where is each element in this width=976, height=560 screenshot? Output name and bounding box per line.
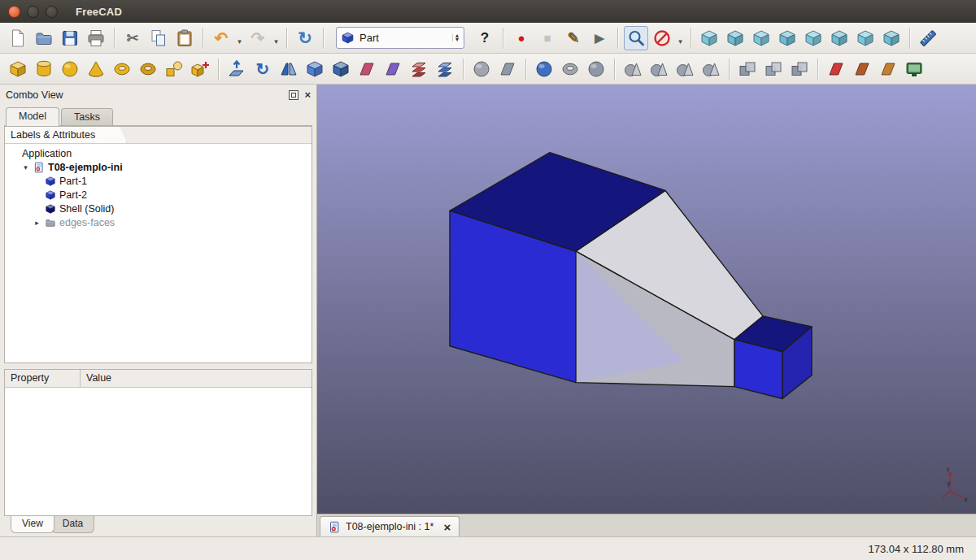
section-button[interactable] (469, 57, 494, 81)
redo-button[interactable]: ↷ (246, 26, 270, 50)
defeaturing-button[interactable] (876, 57, 900, 81)
cone-button[interactable] (84, 57, 108, 81)
refine-shape-button[interactable] (902, 57, 926, 81)
boolean-button[interactable] (621, 57, 645, 81)
macro-edit-button[interactable]: ✎ (561, 26, 586, 50)
axis-x-label: x (964, 496, 968, 503)
cut-boolean-button[interactable] (647, 57, 671, 81)
undo-dropdown[interactable]: ▾ (235, 31, 244, 46)
window-close-button[interactable] (8, 6, 20, 18)
freecad-window: FreeCAD ✂↶▾↷▾↻Part▴▾?●■✎▶▾ ↻ Combo View … (0, 0, 976, 560)
view-left-button[interactable] (853, 26, 878, 50)
tab-data[interactable]: Data (51, 516, 94, 533)
macro-stop-button[interactable]: ■ (535, 26, 560, 50)
window-controls (8, 6, 58, 18)
tree-column-header[interactable]: Labels & Attributes (5, 127, 127, 143)
group-icon (45, 217, 56, 228)
offset-3d-button[interactable] (532, 57, 556, 81)
refresh-button[interactable]: ↻ (293, 26, 317, 50)
workbench-selector[interactable]: Part▴▾ (336, 27, 464, 49)
measure-distance-button[interactable] (916, 26, 940, 50)
join-connect-button[interactable] (735, 57, 760, 81)
view-right-button[interactable] (775, 26, 800, 50)
loft-button[interactable] (407, 57, 431, 81)
primitives-button[interactable] (162, 57, 186, 81)
toolbar-separator (817, 59, 818, 80)
tree-item-application[interactable]: Application (8, 146, 312, 160)
mirror-button[interactable] (277, 57, 301, 81)
view-front-button[interactable] (723, 26, 747, 50)
join-embed-button[interactable] (761, 57, 786, 81)
view-axonometric-button[interactable] (697, 26, 721, 50)
check-geometry-button[interactable] (824, 57, 848, 81)
workbench-spinner-icon[interactable]: ▴▾ (452, 34, 461, 42)
thickness-button[interactable] (584, 57, 608, 81)
offset-2d-button[interactable] (558, 57, 582, 81)
shape-builder-button[interactable] (188, 57, 212, 81)
open-document-button[interactable] (32, 26, 56, 50)
view-rotate-button[interactable] (879, 26, 904, 50)
tree-item-part-1[interactable]: Part-1 (8, 174, 312, 188)
view-rear-button[interactable] (801, 26, 826, 50)
collapse-arrow-icon[interactable]: ▸ (33, 219, 41, 227)
tab-model[interactable]: Model (6, 107, 59, 126)
torus-button[interactable] (110, 57, 134, 81)
redo-dropdown[interactable]: ▾ (272, 31, 281, 46)
3d-viewport[interactable]: z y x (317, 85, 976, 514)
zoom-fit-button[interactable] (624, 26, 648, 50)
document-tab-close-icon[interactable]: × (443, 520, 451, 534)
fillet-button[interactable] (303, 57, 327, 81)
expand-arrow-icon[interactable]: ▾ (21, 163, 30, 171)
part-toolbar: ↻ (0, 54, 976, 85)
ruled-surface-button[interactable] (381, 57, 405, 81)
view-top-button[interactable] (749, 26, 773, 50)
dock-close-icon[interactable]: × (304, 89, 311, 100)
sweep-button[interactable] (433, 57, 457, 81)
macro-record-button[interactable]: ● (509, 26, 534, 50)
new-document-button[interactable] (6, 26, 30, 50)
property-column-header-property[interactable]: Property (5, 370, 81, 387)
box-button[interactable] (6, 57, 30, 81)
split-slice-button[interactable] (850, 57, 874, 81)
tree-item-label: Part-2 (59, 189, 87, 201)
copy-button[interactable] (146, 26, 171, 50)
axis-z-label: z (946, 466, 950, 473)
tree-item-t08-ejemplo-ini[interactable]: ▾T08-ejemplo-ini (8, 160, 312, 174)
window-maximize-button[interactable] (46, 6, 58, 18)
make-face-button[interactable] (355, 57, 379, 81)
revolve-button[interactable]: ↻ (251, 57, 275, 81)
tab-view[interactable]: View (11, 516, 54, 533)
chamfer-button[interactable] (329, 57, 353, 81)
whats-this-icon: ? (481, 31, 489, 45)
document-tab[interactable]: T08-ejemplo-ini : 1* × (320, 516, 460, 536)
dock-float-icon[interactable] (289, 90, 298, 100)
axis-y-label: y (947, 480, 951, 487)
join-cutout-button[interactable] (787, 57, 812, 81)
intersection-button[interactable] (699, 57, 723, 81)
union-button[interactable] (673, 57, 697, 81)
tube-button[interactable] (136, 57, 160, 81)
tree-item-edges-faces[interactable]: ▸edges-faces (8, 215, 312, 229)
model-tasks-tabbar: ModelTasks (4, 104, 312, 126)
tab-tasks[interactable]: Tasks (61, 108, 113, 125)
paste-button[interactable] (172, 26, 197, 50)
undo-button[interactable]: ↶ (209, 26, 233, 50)
property-table-header: PropertyValue (5, 370, 312, 388)
window-minimize-button[interactable] (27, 6, 39, 18)
tree-item-shell-solid-[interactable]: Shell (Solid) (8, 202, 312, 215)
macro-execute-button[interactable]: ▶ (587, 26, 612, 50)
cut-button[interactable]: ✂ (120, 26, 145, 50)
whats-this-button[interactable]: ? (473, 26, 497, 50)
property-column-header-value[interactable]: Value (81, 370, 312, 387)
view-bottom-button[interactable] (827, 26, 852, 50)
save-button[interactable] (58, 26, 82, 50)
sphere-button[interactable] (58, 57, 82, 81)
tree-item-part-2[interactable]: Part-2 (8, 188, 312, 202)
cylinder-button[interactable] (32, 57, 56, 81)
property-table-body (5, 388, 312, 515)
draw-style-button[interactable] (650, 26, 674, 50)
cross-sections-button[interactable] (495, 57, 520, 81)
draw-style-dropdown[interactable]: ▾ (676, 31, 685, 46)
extrude-button[interactable] (224, 57, 249, 81)
print-button[interactable] (84, 26, 108, 50)
